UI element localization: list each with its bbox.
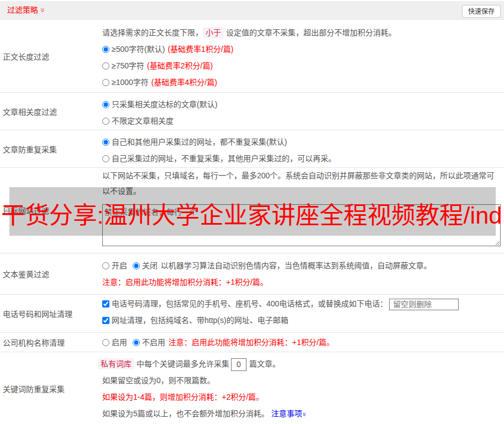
panel-title-text: 过滤策略 [7, 6, 38, 14]
dedup-global-label[interactable]: 自己和其他用户采集过的网址，都不重复采集(默认) [112, 137, 287, 146]
content-length-intro: 请选择需求的正文长度下限，小于 设定值的文章不采集，超出部分不增加积分消耗。 [102, 24, 504, 41]
keyword-limit-input[interactable] [231, 358, 246, 371]
quick-save-button[interactable]: 快速保存 [462, 5, 501, 18]
porn-on-label[interactable]: 开启 [112, 261, 127, 270]
panel-title[interactable]: 过滤策略» [7, 1, 45, 19]
row-relevance-filter: 文章相关度过滤 只采集相关度达标的文章(默认) 不限定文章相关度 [0, 93, 504, 130]
length-750-radio[interactable] [102, 62, 109, 70]
collapse-chevron-icon: » [39, 8, 48, 12]
replacement-phone-input[interactable] [389, 299, 459, 310]
row-label-relevance: 文章相关度过滤 [3, 106, 57, 117]
dedup-option-global: 自己和其他用户采集过的网址，都不重复采集(默认) [102, 134, 504, 150]
url-cleanup-label[interactable]: 网址清理，包括纯域名、带http(s)的网址、电子邮箱 [112, 316, 288, 325]
phone-cleanup-label[interactable]: 电话号码清理，包括常见的手机号、座机号、400电话格式，或替换成如下电话： [112, 299, 387, 308]
keyword-limit-text: 中每个关键词最多允许采集 [136, 359, 229, 368]
row-porn-filter: 文本鉴黄过滤 开启 关闭 以机器学习算法自动识别色情内容，当色情概率达到系统阈值… [0, 253, 504, 295]
length-option-500: ≥500字符(默认)(基础费率1积分/篇) [102, 41, 504, 57]
keyword-note-free-text: 如果设为5篇或以上，也不会额外增加积分消耗。 [102, 409, 269, 418]
private-lexicon-tag: 私有词库 [98, 358, 134, 369]
row-phone-url-cleanup: 电话号码和网址清理 电话号码清理，包括常见的手机号、座机号、400电话格式，或替… [0, 295, 504, 333]
keyword-note-unlimited: 如果留空或设为0，则不限篇数。 [102, 372, 504, 389]
length-750-label[interactable]: ≥750字符 [112, 61, 144, 70]
length-option-750: ≥750字符(基础费率2积分/篇) [102, 57, 504, 74]
url-cleanup-line: 网址清理，包括纯域名、带http(s)的网址、电子邮箱 [102, 312, 504, 328]
company-on-label[interactable]: 启用 [112, 338, 127, 347]
relevance-option-any: 不限定文章相关度 [102, 113, 504, 129]
row-label-company-cleanup: 公司机构名称清理 [3, 337, 65, 348]
less-than-tag: 小于 [203, 27, 224, 38]
relevance-any-radio[interactable] [102, 118, 109, 125]
porn-off-label[interactable]: 关闭 [142, 261, 158, 270]
row-label-cleanup: 电话号码和网址清理 [3, 308, 72, 319]
row-company-cleanup: 公司机构名称清理 启用 不启用 注意：启用此功能将增加积分消耗：+1积分/篇。 [0, 333, 504, 352]
porn-filter-desc: 以机器学习算法自动识别色情内容，当色情概率达到系统阈值，自动屏蔽文章。 [161, 261, 432, 270]
length-1000-note: (基础费率4积分/篇) [151, 78, 217, 87]
length-1000-radio[interactable] [102, 79, 109, 86]
length-500-note: (基础费率1积分/篇) [167, 45, 233, 54]
length-500-radio[interactable] [102, 46, 109, 53]
relevance-strict-label[interactable]: 只采集相关度达标的文章(默认) [112, 100, 217, 109]
relevance-strict-radio[interactable] [102, 101, 109, 108]
length-750-note: (基础费率2积分/篇) [147, 61, 213, 70]
company-cleanup-options: 启用 不启用 注意：启用此功能将增加积分消耗：+1积分/篇。 [102, 334, 504, 351]
length-option-1000: ≥1000字符(基础费率4积分/篇) [102, 74, 504, 91]
length-1000-label[interactable]: ≥1000字符 [112, 78, 149, 87]
row-dedup-collect: 文章防重复采集 自己和其他用户采集过的网址，都不重复采集(默认) 自己采集过的网… [0, 130, 504, 168]
row-label-content-length: 正文长度过滤 [3, 51, 49, 62]
phone-cleanup-checkbox[interactable] [102, 300, 109, 308]
keyword-limit-unit: 篇文章。 [249, 359, 280, 368]
keyword-limit-line: 私有词库 中每个关键词最多允许采集篇文章。 [102, 356, 504, 372]
phone-cleanup-line: 电话号码清理，包括常见的手机号、座机号、400电话格式，或替换成如下电话： [102, 295, 504, 312]
intro-text-after: 设定值的文章不采集，超出部分不增加积分消耗。 [226, 28, 396, 37]
company-off-label[interactable]: 不启用 [142, 338, 165, 347]
row-label-porn-filter: 文本鉴黄过滤 [3, 268, 49, 279]
keyword-note-free: 如果设为5篇或以上，也不会额外增加积分消耗。注意事项» [102, 405, 504, 422]
company-off-radio[interactable] [133, 339, 140, 346]
relevance-option-strict: 只采集相关度达标的文章(默认) [102, 96, 504, 113]
notes-link[interactable]: 注意事项 [271, 409, 302, 418]
row-keyword-dedup: 关键词防重复采集 私有词库 中每个关键词最多允许采集篇文章。 如果留空或设为0，… [0, 352, 504, 424]
keyword-note-cost: 如果设为1-4篇，则增加积分消耗：+2积分/篇。 [102, 389, 504, 405]
dedup-self-label[interactable]: 自己采集过的网址，不重复采集，其他用户采集过的，可以再采。 [112, 154, 336, 163]
row-label-dedup: 文章防重复采集 [3, 144, 57, 155]
company-on-radio[interactable] [102, 339, 109, 346]
intro-text-before: 请选择需求的正文长度下限， [102, 28, 203, 37]
length-500-label[interactable]: ≥500字符(默认) [112, 45, 165, 54]
panel-header: 过滤策略» 快速保存 [0, 1, 504, 20]
row-content-length-filter: 正文长度过滤 请选择需求的正文长度下限，小于 设定值的文章不采集，超出部分不增加… [0, 20, 504, 93]
row-label-keyword-dedup: 关键词防重复采集 [3, 383, 65, 394]
porn-filter-options: 开启 关闭 以机器学习算法自动识别色情内容，当色情概率达到系统阈值，自动屏蔽文章… [102, 257, 504, 274]
dedup-option-self: 自己采集过的网址，不重复采集，其他用户采集过的，可以再采。 [102, 150, 504, 167]
relevance-any-label[interactable]: 不限定文章相关度 [112, 116, 174, 125]
porn-filter-note: 注意：启用此功能将增加积分消耗：+1积分/篇。 [102, 274, 504, 290]
porn-on-radio[interactable] [102, 262, 109, 269]
notes-expand-chevron-icon: » [301, 412, 308, 416]
url-cleanup-checkbox[interactable] [102, 317, 109, 324]
spam-overlay-link[interactable]: 干货分享:温州大学企业家讲座全程视频教程/ind [1, 203, 502, 228]
dedup-self-radio[interactable] [102, 155, 109, 162]
porn-off-radio[interactable] [133, 262, 140, 269]
dedup-global-radio[interactable] [102, 139, 109, 146]
company-cleanup-note: 注意：启用此功能将增加积分消耗：+1积分/篇。 [169, 338, 334, 347]
